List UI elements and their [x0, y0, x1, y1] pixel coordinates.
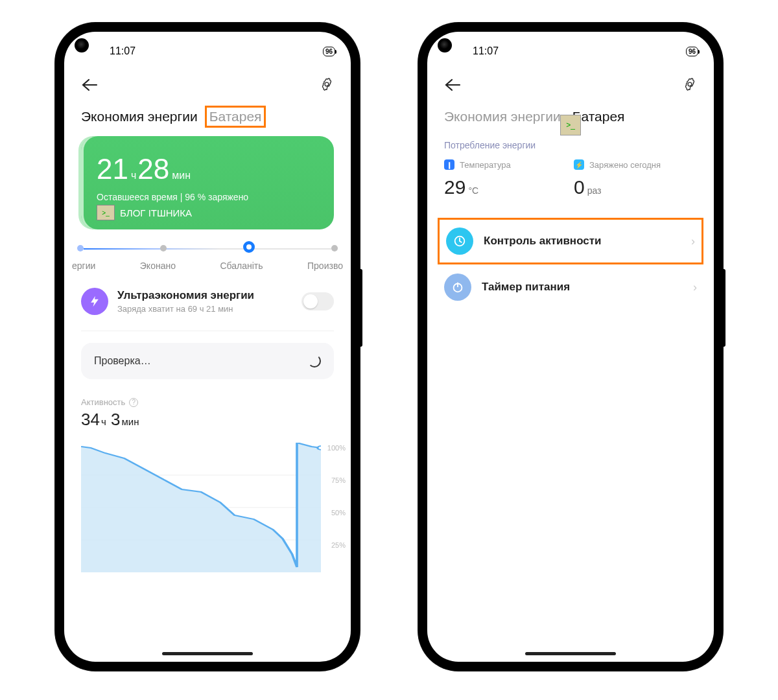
activity-label: Активность ? — [81, 397, 334, 407]
terminal-icon: >_ — [97, 205, 115, 220]
tab-economy[interactable]: Экономия энергии — [81, 109, 198, 124]
mode-label-4: Произво — [307, 261, 343, 271]
svg-point-12 — [318, 446, 321, 450]
power-timer-row[interactable]: Таймер питания › — [427, 264, 714, 310]
status-time: 11:07 — [110, 45, 307, 57]
camera-hole — [438, 38, 452, 52]
charged-unit: раз — [587, 185, 602, 196]
check-label: Проверка… — [94, 355, 151, 367]
screen-left: 11:07 G 96 Экономия энергии Батарея 21ч — [64, 32, 351, 662]
highlight-battery-tab: Батарея — [205, 106, 266, 128]
mode-label-3: Сбаланіть — [220, 261, 263, 271]
stat-charged: ⚡ Заряжено сегодня 0раз — [574, 159, 697, 198]
watermark: >_ БЛОГ ІТШНИКА — [97, 205, 318, 220]
back-button[interactable] — [444, 76, 461, 96]
phone-right: 11:07 G 96 >_ Экономия энергии Батарея П… — [418, 23, 723, 671]
status-time: 11:07 — [473, 45, 670, 57]
divider — [81, 331, 334, 331]
settings-button[interactable] — [320, 77, 334, 95]
bolt-icon — [81, 288, 108, 315]
back-button[interactable] — [81, 76, 98, 96]
status-bar: 11:07 G 96 — [64, 32, 351, 71]
charge-subtext: Оставшееся время | 96 % заряжено — [97, 192, 318, 202]
home-indicator[interactable] — [525, 652, 616, 655]
thermometer-icon: ❙ — [444, 159, 454, 170]
battery-chart: 100% 75% 50% 25% — [81, 443, 346, 572]
phone-left: 11:07 G 96 Экономия энергии Батарея 21ч — [55, 23, 360, 671]
mode-dot-1[interactable] — [77, 245, 84, 251]
battery-icon: 96 — [323, 47, 335, 56]
ultra-title: Ультраэкономия энергии — [117, 289, 292, 302]
tab-economy[interactable]: Экономия энергии — [444, 109, 561, 124]
activity-control-label: Контроль активности — [484, 235, 681, 248]
temp-value: 29 — [444, 176, 466, 198]
ultra-sub: Заряда хватит на 69 ч 21 мин — [117, 304, 292, 314]
settings-button[interactable] — [683, 77, 697, 95]
status-icons: G 96 — [670, 47, 698, 56]
header: >_ — [427, 71, 714, 105]
ylabel-25: 25% — [331, 541, 346, 549]
battery-icon: 96 — [686, 47, 698, 56]
check-row[interactable]: Проверка… — [81, 343, 334, 379]
camera-hole — [75, 38, 89, 52]
charged-value: 0 — [574, 176, 585, 198]
chevron-right-icon: › — [691, 235, 695, 248]
charged-label: Заряжено сегодня — [589, 160, 661, 170]
activity-icon — [446, 228, 473, 255]
chevron-right-icon: › — [693, 281, 697, 294]
stats-row: ❙ Температура 29°C ⚡ Заряжено сегодня 0р… — [427, 159, 714, 218]
temp-label: Температура — [460, 160, 511, 170]
spinner-icon — [308, 355, 321, 368]
status-bar: 11:07 G 96 — [427, 32, 714, 71]
power-icon — [444, 274, 471, 301]
chart-svg — [81, 443, 321, 572]
svg-point-8 — [325, 82, 329, 86]
mode-dot-3-active[interactable] — [243, 241, 255, 253]
power-mode-slider[interactable] — [77, 244, 338, 253]
ultra-toggle[interactable] — [301, 292, 334, 310]
svg-point-21 — [688, 82, 692, 86]
home-indicator[interactable] — [162, 652, 253, 655]
status-icons: G 96 — [307, 47, 335, 56]
ylabel-100: 100% — [327, 444, 346, 452]
ylabel-50: 50% — [331, 509, 346, 517]
power-timer-label: Таймер питания — [482, 281, 683, 294]
time-remaining: 21ч 28мин — [97, 153, 318, 185]
mode-dot-2[interactable] — [160, 245, 167, 251]
ylabel-75: 75% — [331, 476, 346, 484]
mode-label-2: Эконано — [140, 261, 176, 271]
help-icon[interactable]: ? — [129, 398, 138, 407]
terminal-icon: >_ — [560, 115, 581, 135]
mode-dot-4[interactable] — [331, 245, 338, 251]
stat-temperature: ❙ Температура 29°C — [444, 159, 567, 198]
tabs: Экономия энергии Батарея — [64, 105, 351, 136]
power-mode-labels: ергии Эконано Сбаланіть Произво — [64, 253, 351, 271]
activity-value: 34ч 3мин — [81, 410, 334, 430]
tab-battery[interactable]: Батарея — [209, 109, 262, 124]
ultra-economy-row: Ультраэкономия энергии Заряда хватит на … — [64, 271, 351, 331]
activity-control-row[interactable]: Контроль активности › — [438, 218, 703, 264]
temp-unit: °C — [468, 185, 478, 196]
battery-summary-card[interactable]: 21ч 28мин Оставшееся время | 96 % заряже… — [81, 136, 334, 229]
screen-right: 11:07 G 96 >_ Экономия энергии Батарея П… — [427, 32, 714, 662]
section-consumption: Потребление энергии — [427, 136, 714, 159]
plug-icon: ⚡ — [574, 159, 584, 170]
mode-label-1: ергии — [72, 261, 95, 271]
header — [64, 71, 351, 105]
activity-block: Активность ? 34ч 3мин — [64, 393, 351, 430]
